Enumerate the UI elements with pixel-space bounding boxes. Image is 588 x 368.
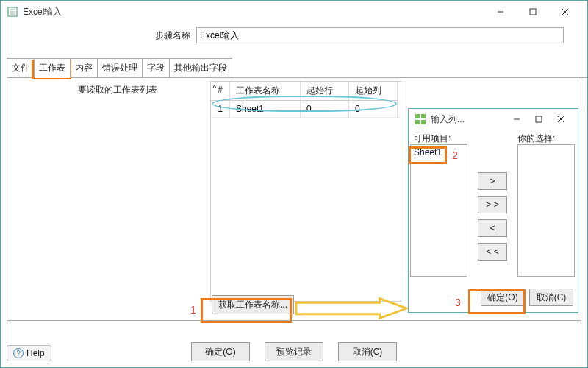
tab-otheroutput[interactable]: 其他输出字段 [169,58,232,77]
close-button[interactable] [549,1,581,23]
selected-label: 你的选择: [517,132,555,145]
tab-file[interactable]: 文件 [7,58,35,77]
svg-rect-5 [421,120,426,124]
sheet-grid-header: ^# 工作表名称 起始行 起始列 [211,82,401,101]
get-sheet-names-button[interactable]: 获取工作表名称... [212,295,294,314]
mover-buttons: > > > < < < [478,172,507,261]
add-button[interactable]: > [478,172,507,190]
step-name-label: 步骤名称 [155,29,190,42]
svg-rect-4 [415,120,420,124]
available-label: 可用项目: [413,132,451,145]
input-columns-dialog: 输入列... 可用项目: 你的选择: Sheet1 > > > < < < 确定… [408,108,578,313]
popup-ok-button[interactable]: 确定(O) [481,289,525,306]
popup-titlebar: 输入列... [409,109,578,130]
step-name-input[interactable] [196,27,564,43]
preview-button[interactable]: 预览记录 [265,342,323,361]
addall-button[interactable]: > > [478,196,507,213]
minimize-button[interactable] [484,1,517,23]
popup-title: 输入列... [431,113,506,126]
app-icon [7,6,18,18]
sheet-grid[interactable]: ^# 工作表名称 起始行 起始列 1 Sheet1 0 0 [210,81,401,302]
footer-buttons: 确定(O) 预览记录 取消(C) [1,342,587,361]
main-window: Excel输入 步骤名称 文件 工作表 内容 错误处理 字段 其他输出字段 要读… [0,0,588,368]
tabs: 文件 工作表 内容 错误处理 字段 其他输出字段 [7,58,587,78]
col-startcol: 起始列 [349,82,398,101]
main-titlebar: Excel输入 [1,1,587,23]
tab-errorhandling[interactable]: 错误处理 [97,58,143,77]
sheet-list-label: 要读取的工作表列表 [78,84,157,96]
cancel-button[interactable]: 取消(C) [338,342,397,361]
tab-fields[interactable]: 字段 [142,58,170,77]
window-title: Excel输入 [23,6,484,18]
col-sheetname: 工作表名称 [230,82,301,101]
removeall-button[interactable]: < < [478,243,507,261]
popup-cancel-button[interactable]: 取消(C) [529,289,573,306]
remove-button[interactable]: < [478,219,507,237]
svg-rect-1 [530,9,536,15]
available-listbox[interactable]: Sheet1 [410,144,467,277]
ok-button[interactable]: 确定(O) [191,342,250,361]
tab-row: 文件 工作表 内容 错误处理 字段 其他输出字段 [7,58,587,78]
list-item[interactable]: Sheet1 [412,146,465,158]
popup-minimize-button[interactable] [506,108,528,130]
popup-close-button[interactable] [550,108,572,130]
tab-content[interactable]: 内容 [70,58,98,77]
tab-worksheet[interactable]: 工作表 [34,58,71,77]
popup-icon [415,113,426,125]
table-row[interactable]: 1 Sheet1 0 0 [211,101,401,117]
svg-rect-2 [415,114,420,118]
svg-rect-3 [421,114,426,118]
col-startrow: 起始行 [301,82,349,101]
step-name-row: 步骤名称 [1,23,587,48]
popup-maximize-button[interactable] [528,108,550,130]
svg-rect-6 [536,116,542,122]
selected-listbox[interactable] [517,144,575,277]
maximize-button[interactable] [517,1,549,23]
